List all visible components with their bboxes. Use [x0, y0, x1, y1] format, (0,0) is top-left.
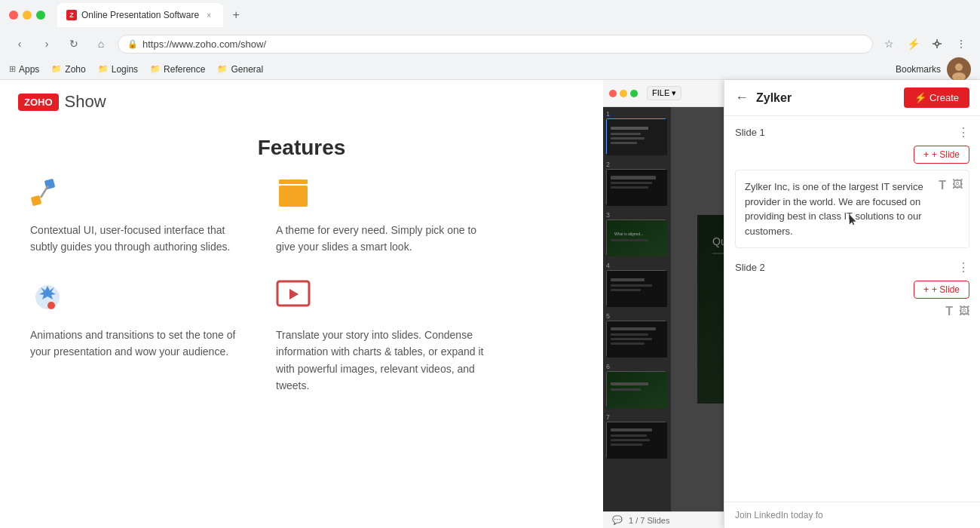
- image-insert-icon[interactable]: 🖼: [952, 177, 963, 195]
- bookmark-reference[interactable]: 📁 Reference: [150, 64, 205, 75]
- svg-rect-36: [611, 388, 641, 391]
- pres-minimize-button[interactable]: [620, 90, 627, 97]
- slide-preview-7[interactable]: [606, 422, 666, 458]
- slide-preview-3[interactable]: What is aligned...: [606, 219, 666, 256]
- bookmark-zoho[interactable]: 📁 Zoho: [51, 64, 85, 75]
- svg-rect-35: [611, 382, 648, 385]
- feature-desc-theme: A theme for every need. Simply pick one …: [276, 222, 498, 256]
- browser-chrome: Z Online Presentation Software × + ‹ › ↻…: [0, 0, 980, 80]
- slide-preview-6[interactable]: [606, 371, 666, 407]
- user-avatar[interactable]: [947, 57, 971, 81]
- feature-desc-story: Translate your story into slides. Conden…: [276, 327, 498, 394]
- zylker-panel: ← Zylker ⚡ Create Slide 1 ⋮ + + Slide: [724, 80, 980, 528]
- pres-slide-list[interactable]: 1 2: [603, 107, 671, 511]
- svg-rect-21: [611, 186, 648, 189]
- address-bar: ‹ › ↻ ⌂ 🔒 https://www.zoho.com/show/ ☆ ⚡…: [0, 30, 980, 59]
- slide-2-add-label: + Slide: [932, 284, 960, 295]
- svg-text:What is aligned...: What is aligned...: [614, 232, 643, 236]
- bookmark-apps[interactable]: ⊞ Apps: [9, 64, 39, 75]
- theme-icon: [276, 175, 314, 213]
- home-button[interactable]: ⌂: [90, 33, 112, 54]
- pres-close-button[interactable]: [609, 90, 617, 97]
- contextual-ui-icon: [30, 175, 68, 213]
- bookmark-zoho-label: Zoho: [65, 64, 85, 75]
- pres-maximize-button[interactable]: [630, 90, 638, 97]
- slide-1-add-button[interactable]: + + Slide: [914, 146, 969, 164]
- bookmarks-label: Bookmarks: [896, 64, 941, 75]
- feature-item-animation: Animations and transitions to set the to…: [30, 280, 252, 394]
- slide-num-3: 3: [606, 211, 668, 219]
- bookmarks-right: Bookmarks: [896, 57, 971, 81]
- zoho-show-text: Show: [65, 92, 106, 112]
- zylker-body[interactable]: Slide 1 ⋮ + + Slide T 🖼 Zylker Inc, is: [724, 116, 980, 502]
- slide-2-text-icon[interactable]: T: [945, 305, 953, 318]
- forward-button[interactable]: ›: [36, 33, 57, 54]
- slide-preview-4[interactable]: [606, 270, 666, 306]
- pres-file-menu[interactable]: FILE ▾: [647, 86, 681, 100]
- pres-page-info: 1 / 7 Slides: [629, 516, 669, 525]
- apps-grid-icon: ⊞: [9, 64, 16, 74]
- lightning-button[interactable]: ⚡: [903, 34, 923, 54]
- slide-num-4: 4: [606, 262, 668, 269]
- svg-rect-32: [611, 338, 652, 340]
- svg-rect-26: [611, 278, 645, 281]
- slide-thumb-6[interactable]: 6: [603, 360, 671, 410]
- folder-icon: 📁: [98, 64, 109, 74]
- extension-button[interactable]: [927, 34, 947, 54]
- slide-thumb-2[interactable]: 2: [603, 158, 671, 208]
- svg-point-2: [955, 63, 963, 71]
- minimize-window-button[interactable]: [23, 11, 32, 20]
- bookmark-logins[interactable]: 📁 Logins: [98, 64, 138, 75]
- tab-bar: Z Online Presentation Software × +: [57, 3, 971, 27]
- slide-2-add-button[interactable]: + + Slide: [914, 281, 969, 299]
- slide-preview-1[interactable]: [606, 118, 666, 155]
- tab-close-button[interactable]: ×: [204, 10, 214, 20]
- zylker-back-button[interactable]: ←: [735, 90, 749, 106]
- folder-icon: 📁: [51, 64, 62, 74]
- slide-1-menu-button[interactable]: ⋮: [957, 125, 969, 140]
- animation-icon: [30, 280, 68, 318]
- back-button[interactable]: ‹: [9, 33, 30, 54]
- bookmark-general[interactable]: 📁 General: [217, 64, 263, 75]
- svg-rect-39: [611, 434, 647, 437]
- slide-2-image-icon[interactable]: 🖼: [959, 305, 969, 318]
- slide-thumb-3[interactable]: 3 What is aligned...: [603, 208, 671, 259]
- svg-rect-31: [611, 333, 648, 336]
- slide-thumb-7[interactable]: 7: [603, 410, 671, 461]
- url-bar[interactable]: 🔒 https://www.zoho.com/show/: [118, 35, 873, 54]
- svg-marker-12: [289, 289, 299, 299]
- slide-thumb-5[interactable]: 5: [603, 309, 671, 360]
- slide-thumb-1[interactable]: 1: [603, 107, 671, 158]
- slide-thumb-4[interactable]: 4: [603, 259, 671, 309]
- zoho-logo: ZOHO Show: [18, 92, 106, 112]
- feature-item-ui: Contextual UI, user-focused interface th…: [30, 175, 252, 256]
- svg-rect-14: [611, 127, 648, 130]
- slide-preview-5[interactable]: [606, 321, 666, 357]
- svg-rect-27: [611, 284, 652, 287]
- text-format-icon[interactable]: T: [939, 177, 946, 195]
- slide-2-menu-button[interactable]: ⋮: [957, 260, 969, 275]
- svg-line-6: [41, 186, 48, 198]
- zylker-header: ← Zylker ⚡ Create: [724, 80, 980, 116]
- slide-num-7: 7: [606, 413, 668, 421]
- slide-num-5: 5: [606, 312, 668, 320]
- lightning-icon: ⚡: [914, 92, 926, 103]
- svg-rect-15: [611, 133, 641, 135]
- zylker-create-button[interactable]: ⚡ Create: [904, 87, 969, 108]
- bookmark-star-button[interactable]: ☆: [879, 34, 899, 54]
- slide-1-content: T 🖼 Zylker Inc, is one of the largest IT…: [735, 170, 969, 248]
- reload-button[interactable]: ↻: [63, 33, 84, 54]
- slide-num-6: 6: [606, 363, 668, 370]
- slide-num-1: 1: [606, 110, 668, 118]
- slide-preview-2[interactable]: [606, 169, 666, 205]
- svg-rect-4: [31, 195, 42, 207]
- maximize-window-button[interactable]: [36, 11, 45, 20]
- active-tab[interactable]: Z Online Presentation Software ×: [57, 3, 223, 27]
- zoho-logo-img: ZOHO: [18, 94, 59, 111]
- zylker-title: Zylker: [756, 91, 896, 105]
- close-window-button[interactable]: [9, 11, 18, 20]
- new-tab-button[interactable]: +: [226, 5, 246, 25]
- tab-favicon: Z: [66, 10, 77, 20]
- pres-comment-icon[interactable]: 💬: [612, 515, 623, 525]
- menu-button[interactable]: ⋮: [951, 34, 971, 54]
